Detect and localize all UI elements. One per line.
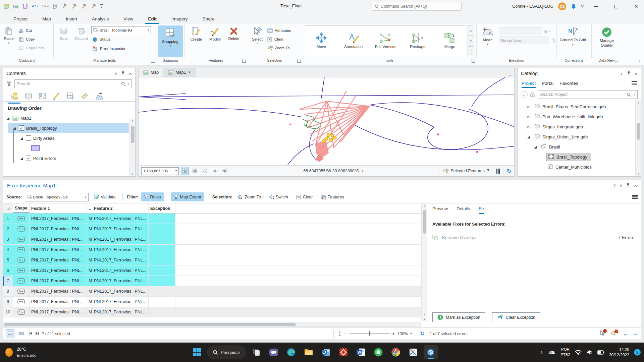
tree-expander-icon[interactable]: ▷	[526, 115, 531, 119]
command-search-input[interactable]	[381, 4, 459, 9]
clear-selection-button[interactable]: Clear	[266, 35, 292, 44]
tab-list-icon[interactable]: ∨	[509, 74, 514, 77]
hammer-icon-1[interactable]	[61, 3, 67, 9]
map-extent-filter-button[interactable]: Map Extent	[171, 192, 204, 201]
catalog-close-icon[interactable]: ×	[635, 71, 638, 76]
error-row[interactable]: 8PNL2017_Ferrovias : PNL...MuPNL2017_Fer…	[3, 286, 427, 297]
col-feature1[interactable]: Feature 1	[30, 203, 87, 213]
checkbox-checked[interactable]: ✓	[19, 125, 24, 131]
attributes-button[interactable]: Attributes	[266, 26, 292, 35]
catalog-scrollbar[interactable]: ∧ ∨	[635, 100, 641, 176]
task-view-icon[interactable]	[249, 345, 263, 359]
row-number[interactable]: 3	[3, 234, 13, 244]
notification-badge[interactable]: 5	[634, 349, 641, 356]
remove-overlap-fix[interactable]: Remove Overlap	[442, 235, 476, 240]
ribbon-tab-imagery[interactable]: Imagery	[164, 14, 195, 24]
inspector-menu-icon[interactable]: ∨	[620, 183, 622, 188]
catalog-item[interactable]: ▷Sirgas_Integrate.gdb	[526, 122, 634, 132]
previous-error-icon[interactable]: ←	[622, 330, 629, 338]
redo-button[interactable]: ↷∨	[42, 3, 49, 10]
script-icon[interactable]	[52, 3, 58, 9]
weather-widget[interactable]: 28°C Ensolarado	[0, 347, 74, 358]
elevation-value-input[interactable]	[499, 27, 542, 35]
tab-preview[interactable]: Preview	[432, 203, 448, 214]
modify-features-button[interactable]: Modify	[206, 24, 224, 56]
form-view-button[interactable]	[17, 329, 26, 338]
inspector-pin-icon[interactable]	[626, 183, 630, 188]
catalog-item[interactable]: ◢Brasil	[526, 142, 634, 152]
error-row[interactable]: 1PNL2017_Ferrovias : PNL...MuPNL2017_Fer…	[3, 214, 427, 224]
customize-qat-icon[interactable]: ∨	[100, 4, 103, 9]
hammer-icon-2[interactable]	[71, 3, 77, 9]
map-tab[interactable]: Map	[139, 68, 163, 77]
paste-button[interactable]: Paste∨	[0, 24, 17, 56]
catalog-item[interactable]: Center_Municipios	[526, 162, 634, 172]
selection-launcher-icon[interactable]	[297, 59, 301, 63]
error-row[interactable]: 5PNL2017_Ferrovias : PNL...MuPNL2017_Fer…	[3, 255, 427, 265]
catalog-pin-icon[interactable]	[627, 71, 631, 76]
hammer-icon-3[interactable]	[80, 3, 87, 9]
select-all-corner[interactable]	[3, 203, 13, 213]
row-number[interactable]: 5	[3, 255, 13, 265]
catalog-item[interactable]: ▷Port_Warehouse_shift_link.gdb	[526, 112, 634, 122]
catalog-menu-icon[interactable]: ∨	[620, 71, 623, 76]
features-launcher-icon[interactable]	[242, 59, 246, 63]
error-row[interactable]: 3PNL2017_Ferrovias : PNL...MuPNL2017_Fer…	[3, 234, 427, 245]
tray-expand-icon[interactable]: ∧	[540, 350, 543, 355]
refresh-map-icon[interactable]: ↻	[507, 168, 512, 175]
close-tab-icon[interactable]: ×	[188, 70, 191, 75]
red-app-icon[interactable]	[336, 345, 351, 359]
teams-icon[interactable]	[267, 345, 281, 359]
zoom-errors-icon[interactable]: !	[611, 331, 616, 337]
features-button[interactable]: Features	[318, 192, 347, 201]
switch-selection-button[interactable]: Switch	[266, 192, 291, 201]
file-explorer-icon[interactable]	[302, 345, 316, 359]
zoom-slider[interactable]	[350, 333, 390, 334]
snapping-button[interactable]: Snapping∨	[158, 25, 183, 57]
error-inspector-button[interactable]: Error Inspector	[91, 44, 151, 53]
catalog-tab-favorites[interactable]: Favorites	[559, 78, 578, 88]
source-combo[interactable]: Brasil_Topology (Ge∨	[25, 193, 89, 201]
row-number[interactable]: 9	[3, 297, 13, 307]
contents-tab-labeling-icon[interactable]	[81, 92, 89, 101]
maximize-button[interactable]	[608, 0, 624, 13]
zoom-in-icon[interactable]: +	[392, 331, 395, 336]
zoom-level[interactable]: 100%	[397, 331, 408, 336]
snipping-tool-icon[interactable]	[406, 345, 420, 359]
row-number[interactable]: 7	[3, 276, 13, 286]
row-number[interactable]: 4	[3, 245, 13, 255]
taskbar-search[interactable]: Pesquisar	[207, 346, 246, 359]
help-button[interactable]: ?	[581, 4, 584, 9]
ribbon-tab-edit[interactable]: Edit	[141, 14, 164, 24]
edit-vertices-tool[interactable]: Edit Vertices	[370, 33, 402, 49]
save-project-icon[interactable]	[22, 3, 28, 9]
map-coordinates[interactable]: 65.6347955°W 39.8062880°S	[303, 169, 359, 173]
discard-edits-button[interactable]: Discard	[72, 24, 91, 56]
catalog-hamburger-icon[interactable]	[632, 81, 637, 88]
map-scale-combo[interactable]: 1:159,807,905▾	[141, 167, 179, 175]
collapse-ribbon-icon[interactable]: ∧	[638, 60, 641, 63]
snapping-toggle-icon[interactable]	[181, 167, 189, 175]
ribbon-tab-map[interactable]: Map	[35, 14, 58, 24]
selected-features-count[interactable]: Selected Features: 7	[450, 169, 489, 173]
contents-tab-editing-icon[interactable]	[53, 92, 61, 101]
clock[interactable]: 14:20 30/12/2022	[609, 347, 629, 358]
inspector-hamburger-icon[interactable]	[632, 195, 638, 199]
new-project-icon[interactable]	[3, 3, 9, 9]
contents-tab-drawing-order-icon[interactable]	[10, 92, 18, 101]
catalog-item[interactable]: ◢Sirgas_Union_1cm.gdb	[526, 132, 634, 142]
ribbon-tab-insert[interactable]: Insert	[58, 14, 85, 24]
col-rule[interactable]: ..	[87, 203, 92, 213]
arcgis-pro-icon[interactable]	[424, 345, 438, 359]
north-arrow-icon[interactable]: N	[221, 167, 229, 175]
language-indicator-bottom[interactable]: PTB2	[560, 352, 570, 358]
refresh-table-icon[interactable]: ↻	[420, 330, 425, 337]
select-button[interactable]: Select∨	[249, 24, 266, 56]
catalog-item[interactable]: ▷Brasil_Sirgas_SemCorrecao.gdb	[526, 102, 634, 112]
copy-button[interactable]: Copy	[17, 35, 45, 44]
contents-tab-selection-icon[interactable]	[39, 92, 47, 101]
cut-button[interactable]: Cut	[17, 26, 45, 35]
table-hscrollbar[interactable]	[3, 322, 421, 327]
manage-edits-launcher-icon[interactable]	[151, 59, 155, 63]
no-surfaces-input[interactable]: No surfaces	[499, 37, 549, 44]
